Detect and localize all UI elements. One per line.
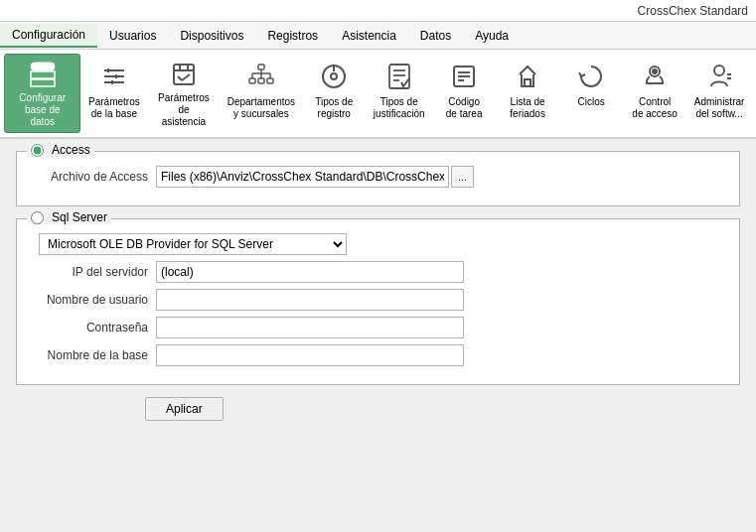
database-icon bbox=[25, 59, 61, 90]
lista-feriados-icon bbox=[510, 59, 545, 94]
contrasena-label: Contraseña bbox=[29, 321, 148, 334]
toolbar-label-codigo-tarea: Códigode tarea bbox=[446, 96, 483, 120]
access-group: Access Archivo de Access ... bbox=[16, 151, 740, 206]
contrasena-input[interactable] bbox=[156, 317, 464, 338]
nombre-base-input[interactable] bbox=[156, 344, 464, 366]
archivo-access-label: Archivo de Access bbox=[29, 170, 148, 184]
toolbar-label-control-acceso: Controlde acceso bbox=[632, 96, 678, 120]
toolbar-lista-feriados[interactable]: Lista deferiados bbox=[496, 54, 559, 133]
ip-servidor-label: IP del servidor bbox=[29, 265, 148, 279]
toolbar-control-acceso[interactable]: Controlde acceso bbox=[623, 54, 686, 133]
codigo-tarea-icon bbox=[446, 59, 482, 94]
parametros-asistencia-icon bbox=[166, 59, 202, 90]
contrasena-row: Contraseña bbox=[29, 317, 727, 338]
svg-rect-15 bbox=[258, 65, 264, 69]
menu-dispositivos[interactable]: Dispositivos bbox=[168, 25, 255, 47]
svg-point-38 bbox=[714, 66, 724, 75]
toolbar-tipos-justificacion[interactable]: Tipos dejustificación bbox=[366, 54, 432, 133]
menu-usuarios[interactable]: Usuarios bbox=[97, 25, 168, 47]
apply-section: Aplicar bbox=[145, 397, 740, 421]
toolbar-label-lista-feriados: Lista deferiados bbox=[510, 96, 545, 120]
toolbar-parametros-asistencia[interactable]: Parámetrosde asistencia bbox=[147, 54, 220, 133]
svg-rect-1 bbox=[31, 71, 55, 78]
svg-line-14 bbox=[182, 74, 190, 80]
departamentos-icon bbox=[243, 59, 279, 94]
sql-group: Sql Server Microsoft OLE DB Provider for… bbox=[16, 218, 740, 385]
toolbar-label-tipos-justificacion: Tipos dejustificación bbox=[374, 96, 425, 120]
svg-rect-27 bbox=[389, 65, 409, 88]
ip-servidor-input[interactable] bbox=[156, 261, 464, 283]
apply-button[interactable]: Aplicar bbox=[145, 397, 224, 421]
content-area: Access Archivo de Access ... Sql Server … bbox=[0, 139, 756, 433]
svg-point-25 bbox=[331, 73, 337, 79]
sql-group-content: Microsoft OLE DB Provider for SQL Server… bbox=[29, 233, 727, 366]
svg-rect-17 bbox=[258, 78, 264, 83]
toolbar-label-configurar: Configurarbase de datos bbox=[13, 92, 72, 128]
svg-rect-16 bbox=[249, 78, 255, 83]
menu-configuracion[interactable]: Configuración bbox=[0, 24, 97, 48]
menu-bar: Configuración Usuarios Dispositivos Regi… bbox=[0, 22, 756, 50]
nombre-usuario-input[interactable] bbox=[156, 289, 464, 311]
browse-button[interactable]: ... bbox=[451, 166, 474, 188]
svg-line-13 bbox=[178, 76, 182, 80]
svg-rect-2 bbox=[31, 79, 55, 86]
toolbar-label-parametros-base: Parámetrosde la base bbox=[88, 96, 140, 120]
sql-radio[interactable] bbox=[31, 211, 44, 224]
title-text: CrossChex Standard bbox=[638, 4, 748, 18]
toolbar-label-departamentos: Departamentosy sucursales bbox=[227, 96, 295, 120]
nombre-usuario-row: Nombre de usuario bbox=[29, 289, 727, 311]
archivo-access-input[interactable] bbox=[156, 166, 449, 188]
menu-asistencia[interactable]: Asistencia bbox=[330, 25, 408, 47]
toolbar-label-ciclos: Ciclos bbox=[578, 96, 605, 108]
svg-rect-18 bbox=[267, 78, 273, 83]
tipos-registro-icon bbox=[316, 59, 352, 94]
control-acceso-icon bbox=[637, 59, 673, 94]
svg-point-37 bbox=[653, 69, 657, 73]
provider-row: Microsoft OLE DB Provider for SQL Server bbox=[29, 233, 727, 255]
toolbar-ciclos[interactable]: Ciclos bbox=[559, 54, 623, 133]
nombre-base-label: Nombre de la base bbox=[29, 348, 148, 362]
tipos-justificacion-icon bbox=[381, 59, 417, 94]
access-label: Access bbox=[52, 143, 90, 157]
access-group-content: Archivo de Access ... bbox=[29, 166, 727, 188]
ip-servidor-row: IP del servidor bbox=[29, 261, 727, 283]
access-group-title: Access bbox=[27, 143, 94, 157]
nombre-base-row: Nombre de la base bbox=[29, 344, 727, 366]
toolbar-label-administrar: Administrardel softw... bbox=[694, 96, 745, 120]
archivo-access-row: Archivo de Access ... bbox=[29, 166, 727, 188]
menu-registros[interactable]: Registros bbox=[255, 25, 330, 47]
toolbar-codigo-tarea[interactable]: Códigode tarea bbox=[432, 54, 496, 133]
sql-label: Sql Server bbox=[52, 210, 107, 224]
parametros-base-icon bbox=[96, 59, 132, 94]
sql-group-title: Sql Server bbox=[27, 210, 111, 224]
toolbar-label-tipos-registro: Tipos deregistro bbox=[315, 96, 353, 120]
toolbar-administrar-software[interactable]: Administrardel softw... bbox=[686, 54, 752, 133]
access-radio[interactable] bbox=[31, 144, 44, 157]
toolbar: Configurarbase de datos Parámetrosde la … bbox=[0, 50, 756, 139]
ciclos-icon bbox=[573, 59, 609, 94]
svg-rect-35 bbox=[525, 79, 530, 86]
toolbar-parametros-base[interactable]: Parámetrosde la base bbox=[80, 54, 147, 133]
administrar-software-icon bbox=[701, 59, 737, 94]
menu-datos[interactable]: Datos bbox=[408, 25, 463, 47]
toolbar-configurar-base[interactable]: Configurarbase de datos bbox=[4, 54, 80, 133]
toolbar-tipos-registro[interactable]: Tipos deregistro bbox=[302, 54, 366, 133]
svg-rect-9 bbox=[174, 65, 194, 84]
menu-ayuda[interactable]: Ayuda bbox=[463, 25, 521, 47]
provider-select[interactable]: Microsoft OLE DB Provider for SQL Server bbox=[39, 233, 347, 255]
toolbar-label-parametros-asistencia: Parámetrosde asistencia bbox=[156, 92, 211, 128]
toolbar-departamentos[interactable]: Departamentosy sucursales bbox=[221, 54, 303, 133]
title-bar: CrossChex Standard bbox=[0, 0, 756, 22]
nombre-usuario-label: Nombre de usuario bbox=[29, 293, 148, 307]
svg-rect-0 bbox=[31, 63, 55, 70]
